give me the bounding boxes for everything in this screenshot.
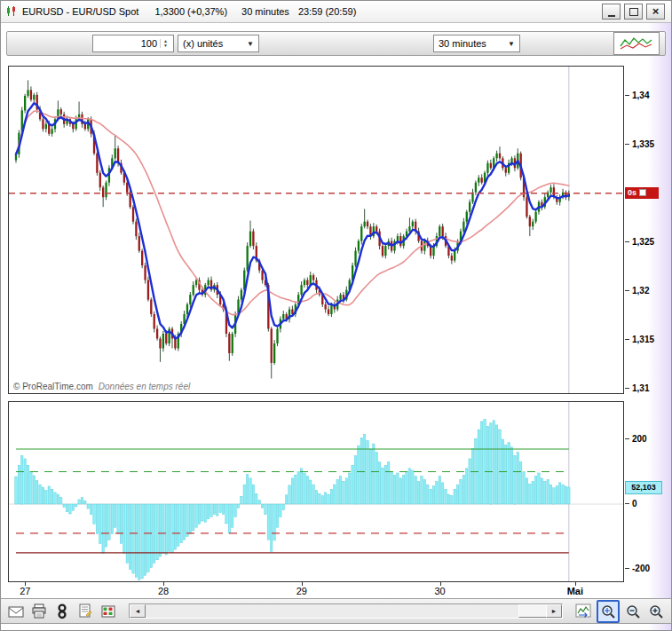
horizontal-scrollbar[interactable]: ◄ ►: [129, 603, 563, 619]
price-axis-label: 1,34: [625, 91, 649, 100]
email-icon: [8, 605, 24, 618]
zoom-box-icon: [600, 603, 616, 619]
time-axis-label: 27: [20, 586, 30, 596]
price-axis-label: 1,325: [625, 237, 654, 247]
trading-window: EURUSD - EUR/USD Spot 1,3300 (+0,37%) 30…: [0, 0, 672, 631]
print-button[interactable]: [29, 602, 49, 621]
magnet-icon: [57, 603, 67, 619]
app-icon: [5, 5, 17, 19]
notes-icon: [79, 603, 92, 619]
zoom-box-button[interactable]: [597, 600, 620, 623]
quantity-stepper[interactable]: ▲ ▼: [160, 39, 170, 48]
chart-region: © ProRealTime.comDonnées en temps réel 0…: [1, 66, 671, 602]
restore-icon: [629, 8, 638, 16]
window-title-price: 1,3300 (+0,37%): [154, 6, 227, 17]
badge-box-icon: [639, 189, 646, 196]
scroll-right-button[interactable]: ►: [546, 604, 562, 618]
time-axis-label: 29: [296, 586, 307, 596]
watchlist-button[interactable]: [99, 602, 118, 621]
print-icon: [31, 603, 47, 619]
email-button[interactable]: [6, 602, 26, 621]
indicator-axis-label: -200: [625, 564, 650, 573]
quantity-field-wrap: ▲ ▼: [92, 35, 174, 52]
window-controls: ×: [602, 4, 665, 20]
chevron-down-icon: ▼: [247, 40, 254, 48]
scrollbar-thumb[interactable]: [518, 604, 547, 618]
watermark-note: Données en temps réel: [99, 382, 190, 391]
watermark-copyright: © ProRealTime.com: [13, 382, 93, 391]
indicator-chart-svg[interactable]: [9, 402, 623, 581]
price-axis-label: 1,335: [625, 139, 654, 149]
time-axis: 27282930Mai: [8, 582, 629, 598]
bottom-toolbar: ◄ ►: [1, 598, 671, 624]
restore-button[interactable]: [624, 4, 643, 20]
price-chart-panel[interactable]: © ProRealTime.comDonnées en temps réel: [8, 66, 624, 394]
last-price-badge-text: 0s: [628, 188, 636, 197]
indicator-value-text: 52,103: [631, 483, 656, 492]
title-bar: EURUSD - EUR/USD Spot 1,3300 (+0,37%) 30…: [1, 1, 671, 23]
minimize-button[interactable]: [602, 4, 621, 20]
price-axis-label: 1,32: [625, 286, 649, 296]
watermark: © ProRealTime.comDonnées en temps réel: [13, 382, 190, 391]
timeframe-dropdown-value: 30 minutes: [439, 38, 486, 49]
notes-button[interactable]: [75, 602, 95, 621]
stepper-down-icon: ▼: [163, 43, 168, 48]
price-axis-label: 1,31: [625, 383, 649, 393]
price-chart-svg[interactable]: [9, 67, 623, 393]
window-title-symbol: EURUSD - EUR/USD Spot: [22, 6, 138, 17]
indicator-value-badge: 52,103: [625, 481, 662, 494]
minimize-icon: [608, 15, 615, 17]
chevron-down-icon: ▼: [508, 40, 515, 48]
time-axis-label: 28: [158, 586, 169, 596]
magnet-button[interactable]: [52, 602, 72, 621]
timeframe-dropdown[interactable]: 30 minutes ▼: [433, 35, 520, 52]
chart-style-button[interactable]: [613, 32, 660, 55]
window-title-timeframe: 30 minutes: [241, 6, 289, 17]
zoom-in-icon: [648, 603, 664, 619]
indicator-axis-label: 0: [625, 499, 637, 509]
auto-scale-button[interactable]: [573, 602, 593, 621]
top-toolbar: ▲ ▼ (x) unités ▼ 30 minutes ▼: [6, 31, 666, 56]
close-button[interactable]: ×: [646, 4, 665, 20]
window-title-time: 23:59 (20:59): [298, 6, 356, 17]
scroll-left-button[interactable]: ◄: [130, 604, 146, 618]
time-axis-label: 30: [434, 586, 445, 596]
indicator-panel[interactable]: [8, 401, 624, 582]
price-axis: 0s 1,341,3351,331,3251,321,3151,31: [625, 67, 671, 393]
close-icon: ×: [652, 5, 660, 17]
units-dropdown[interactable]: (x) unités ▼: [178, 35, 259, 52]
indicator-axis-label: 200: [625, 434, 647, 444]
price-axis-label: 1,315: [625, 335, 654, 344]
units-dropdown-value: (x) unités: [183, 38, 223, 49]
indicator-axis: 52,103 2000-200: [625, 402, 671, 581]
quantity-input[interactable]: [93, 37, 160, 50]
table-icon: [101, 605, 115, 618]
mini-chart-icon: [619, 35, 654, 52]
zoom-in-button[interactable]: [646, 602, 666, 621]
zoom-out-icon: [625, 603, 641, 619]
time-axis-label: Mai: [567, 586, 583, 596]
last-price-badge: 0s: [625, 187, 659, 199]
chart-fit-icon: [575, 603, 591, 619]
zoom-out-button[interactable]: [623, 602, 643, 621]
